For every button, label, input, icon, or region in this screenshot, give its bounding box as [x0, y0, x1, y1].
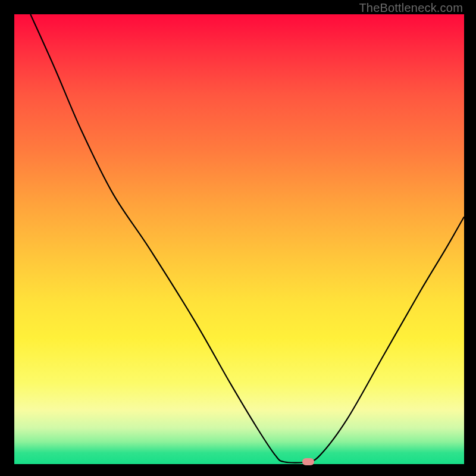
curve-svg	[14, 14, 464, 464]
watermark: TheBottleneck.com	[359, 1, 463, 15]
optimal-marker	[302, 458, 314, 465]
plot-area	[14, 14, 464, 464]
bottleneck-curve	[30, 14, 464, 463]
chart-frame: TheBottleneck.com	[0, 0, 476, 476]
